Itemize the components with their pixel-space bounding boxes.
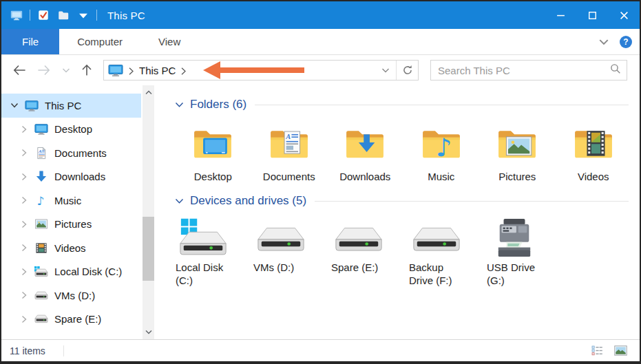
sidebar-item-label: Downloads bbox=[54, 171, 105, 182]
file-tile-documents[interactable]: ADocuments bbox=[251, 120, 328, 183]
chevron-down-icon[interactable] bbox=[76, 8, 90, 22]
breadcrumb-segment[interactable]: This PC bbox=[139, 65, 176, 76]
up-arrow-icon[interactable] bbox=[81, 64, 92, 76]
details-view-icon[interactable] bbox=[590, 345, 604, 356]
svg-text:♪: ♪ bbox=[37, 194, 45, 207]
breadcrumb-chevron-icon bbox=[128, 66, 134, 75]
file-tile-vms-d[interactable]: VMs (D:) bbox=[253, 216, 330, 287]
minimize-button[interactable] bbox=[545, 1, 576, 29]
file-tile-local-disk-c[interactable]: Local Disk (C:) bbox=[175, 216, 253, 287]
sidebar-item-local-disk-c[interactable]: Local Disk (C:) bbox=[1, 260, 141, 284]
file-tile-backup-drive-f[interactable]: Backup Drive (F:) bbox=[408, 216, 486, 287]
folder-icon[interactable] bbox=[56, 8, 70, 22]
scroll-up-icon[interactable] bbox=[143, 87, 154, 98]
computer-icon bbox=[10, 8, 23, 22]
folder-videos-icon bbox=[567, 120, 620, 168]
file-tile-usb-drive-g[interactable]: USB Drive (G:) bbox=[486, 216, 564, 287]
maximize-button[interactable] bbox=[576, 1, 608, 29]
chevron-down-icon[interactable] bbox=[62, 67, 70, 74]
tile-label: Music bbox=[428, 170, 454, 183]
window-controls bbox=[545, 1, 640, 29]
tab-computer[interactable]: Computer bbox=[59, 29, 140, 54]
chevron-down-icon[interactable] bbox=[597, 35, 611, 49]
sidebar-item-pictures[interactable]: Pictures bbox=[1, 213, 141, 237]
tile-label: Spare (E:) bbox=[331, 261, 378, 274]
tiles-devices-and-drives-5: Local Disk (C:)VMs (D:)Spare (E:)Backup … bbox=[175, 216, 631, 287]
group-header-devices-and-drives-5[interactable]: Devices and drives (5) bbox=[175, 194, 631, 208]
chevron-down-icon[interactable] bbox=[175, 101, 185, 108]
chevron-collapsed-icon[interactable] bbox=[19, 314, 29, 324]
thumbnails-view-icon[interactable] bbox=[613, 345, 627, 356]
chevron-collapsed-icon[interactable] bbox=[19, 172, 29, 182]
close-button[interactable] bbox=[608, 1, 640, 29]
sidebar-item-downloads[interactable]: Downloads bbox=[1, 165, 141, 189]
forward-arrow-icon[interactable] bbox=[37, 65, 51, 76]
check-icon[interactable] bbox=[36, 8, 50, 22]
sidebar-item-label: Spare (E:) bbox=[54, 313, 101, 325]
refresh-icon[interactable] bbox=[396, 61, 418, 80]
file-list-pane: Folders (6)DesktopADocumentsDownloads♪Mu… bbox=[161, 85, 640, 339]
chevron-expanded-icon[interactable] bbox=[10, 100, 19, 110]
titlebar: This PC bbox=[1, 1, 640, 29]
system-drive-icon bbox=[34, 265, 49, 279]
sidebar-item-this-pc[interactable]: This PC bbox=[1, 94, 141, 118]
sidebar-item-spare-e[interactable]: Spare (E:) bbox=[1, 308, 141, 332]
tile-label: Documents bbox=[263, 170, 315, 183]
sidebar-item-label: This PC bbox=[45, 100, 81, 111]
search-box[interactable] bbox=[430, 60, 627, 81]
sidebar-item-documents[interactable]: ADocuments bbox=[1, 141, 141, 165]
address-bar[interactable]: This PC bbox=[103, 60, 419, 81]
tile-label: Videos bbox=[578, 170, 609, 183]
sidebar-item-vms-d[interactable]: VMs (D:) bbox=[1, 283, 141, 308]
file-tile-desktop[interactable]: Desktop bbox=[175, 120, 251, 183]
sidebar-item-music[interactable]: ♪Music bbox=[1, 189, 141, 213]
chevron-collapsed-icon[interactable] bbox=[19, 148, 29, 158]
file-tile-pictures[interactable]: Pictures bbox=[479, 120, 556, 183]
chevron-collapsed-icon[interactable] bbox=[19, 195, 29, 205]
ribbon-right-controls: ? bbox=[597, 29, 640, 54]
scrollbar-thumb[interactable] bbox=[143, 217, 154, 281]
search-input[interactable] bbox=[438, 65, 610, 76]
chevron-collapsed-icon[interactable] bbox=[19, 267, 29, 277]
folder-desktop-icon bbox=[187, 120, 239, 168]
scroll-down-icon[interactable] bbox=[143, 326, 154, 338]
sidebar-item-desktop[interactable]: Desktop bbox=[1, 118, 141, 142]
status-bar: 11 items bbox=[1, 339, 640, 361]
tile-label: Pictures bbox=[498, 170, 536, 183]
chevron-collapsed-icon[interactable] bbox=[19, 125, 29, 134]
nav-buttons bbox=[1, 64, 103, 76]
quick-access-toolbar: This PC bbox=[1, 8, 145, 22]
tab-view[interactable]: View bbox=[140, 29, 198, 54]
ribbon-tabs: FileComputerView bbox=[1, 29, 198, 54]
chevron-collapsed-icon[interactable] bbox=[19, 290, 29, 300]
music-icon: ♪ bbox=[34, 193, 49, 207]
file-tile-music[interactable]: ♪Music bbox=[403, 120, 480, 183]
address-bar-controls bbox=[375, 61, 418, 80]
chevron-collapsed-icon[interactable] bbox=[19, 243, 29, 253]
tile-label: Downloads bbox=[339, 170, 390, 183]
group-header-folders-6[interactable]: Folders (6) bbox=[175, 98, 631, 111]
item-count: 11 items bbox=[10, 345, 45, 356]
sidebar-item-label: Local Disk (C:) bbox=[54, 266, 122, 277]
folder-music-icon: ♪ bbox=[415, 120, 467, 168]
chevron-down-icon[interactable] bbox=[175, 197, 185, 204]
svg-text:A: A bbox=[38, 149, 42, 154]
back-arrow-icon[interactable] bbox=[12, 65, 26, 76]
chevron-collapsed-icon[interactable] bbox=[19, 220, 29, 229]
chevron-down-icon[interactable] bbox=[375, 61, 396, 80]
folder-tree: This PCDesktopADocumentsDownloads♪MusicP… bbox=[1, 94, 161, 331]
group-label: Devices and drives (5) bbox=[190, 194, 306, 208]
download-icon bbox=[34, 170, 49, 184]
breadcrumb-chevron-icon[interactable] bbox=[180, 66, 187, 75]
sidebar-item-videos[interactable]: Videos bbox=[1, 236, 141, 260]
search-icon[interactable] bbox=[610, 63, 621, 77]
help-icon[interactable]: ? bbox=[619, 35, 633, 49]
sidebar-scrollbar[interactable] bbox=[143, 85, 154, 339]
separator bbox=[30, 10, 30, 21]
file-tile-spare-e[interactable]: Spare (E:) bbox=[330, 216, 408, 287]
tab-file[interactable]: File bbox=[1, 29, 59, 54]
system-drive-icon bbox=[175, 216, 230, 259]
sidebar-item-label: Documents bbox=[54, 147, 107, 159]
file-tile-videos[interactable]: Videos bbox=[556, 120, 632, 183]
file-tile-downloads[interactable]: Downloads bbox=[327, 120, 403, 183]
